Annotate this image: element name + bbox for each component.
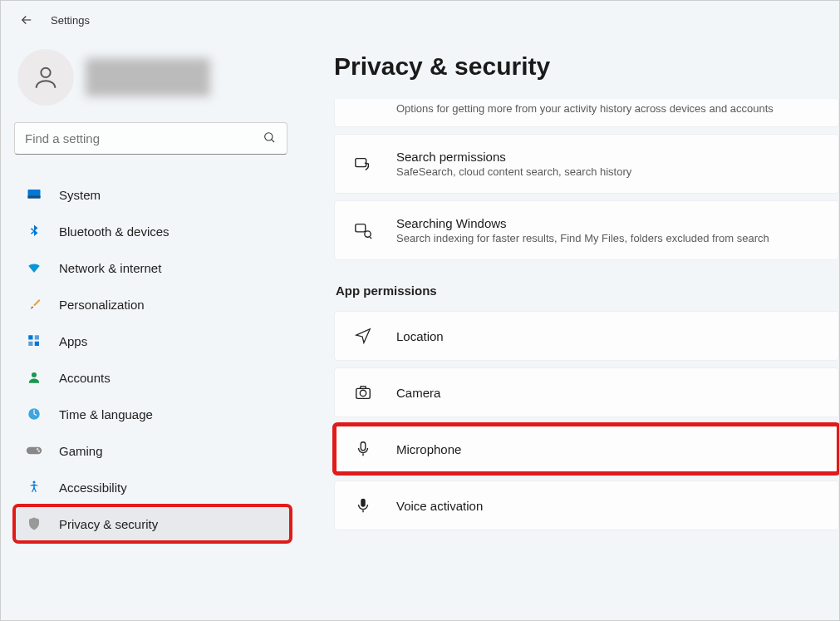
brush-icon	[26, 296, 42, 313]
card-title: Microphone	[396, 442, 461, 456]
page-title: Privacy & security	[334, 52, 839, 81]
card-search-permissions[interactable]: Search permissions SafeSearch, cloud con…	[334, 134, 839, 194]
svg-rect-14	[356, 159, 366, 167]
accessibility-icon	[26, 479, 42, 495]
card-title: Voice activation	[396, 499, 483, 513]
card-location[interactable]: Location	[334, 311, 839, 361]
svg-point-13	[33, 481, 36, 484]
search-input[interactable]	[14, 122, 287, 155]
nav-label: Bluetooth & devices	[59, 224, 169, 239]
svg-point-16	[365, 231, 371, 237]
card-title: Location	[396, 329, 444, 343]
card-title: Camera	[396, 386, 440, 400]
nav-label: Personalization	[59, 298, 145, 312]
clock-globe-icon	[26, 406, 42, 422]
location-icon	[353, 327, 373, 345]
settings-title: Settings	[51, 14, 90, 27]
microphone-icon	[353, 440, 373, 458]
sidebar-item-privacy[interactable]: Privacy & security	[14, 505, 291, 542]
person-icon	[26, 369, 42, 386]
window-header: Settings	[1, 1, 839, 34]
card-title: Searching Windows	[396, 216, 769, 230]
search-icon	[263, 131, 276, 147]
svg-rect-6	[28, 342, 32, 346]
card-desc: SafeSearch, cloud content search, search…	[396, 165, 631, 178]
sidebar-item-gaming[interactable]: Gaming	[14, 432, 291, 469]
apps-icon	[26, 333, 42, 349]
svg-point-0	[41, 68, 50, 77]
sidebar-item-personalization[interactable]: Personalization	[14, 286, 291, 323]
nav-label: Gaming	[59, 444, 103, 458]
sidebar-item-network[interactable]: Network & internet	[14, 249, 291, 286]
nav-label: Time & language	[59, 407, 153, 421]
nav-list: System Bluetooth & devices Network & int…	[14, 176, 291, 542]
profile-block[interactable]	[17, 49, 291, 106]
shield-icon	[26, 515, 42, 532]
username-redacted	[86, 58, 210, 96]
sidebar-item-accounts[interactable]: Accounts	[14, 359, 291, 396]
svg-point-8	[32, 372, 37, 377]
main-panel: Privacy & security Options for getting m…	[296, 34, 839, 619]
nav-label: Accounts	[59, 371, 111, 385]
nav-label: Network & internet	[59, 261, 161, 275]
card-title: Search permissions	[396, 150, 631, 164]
card-desc: Search indexing for faster results, Find…	[396, 232, 769, 244]
card-voice-activation[interactable]: Voice activation	[334, 481, 839, 530]
sidebar-item-system[interactable]: System	[14, 176, 291, 213]
card-searching-windows[interactable]: Searching Windows Search indexing for fa…	[334, 200, 839, 260]
svg-rect-20	[361, 499, 366, 507]
sidebar-item-bluetooth[interactable]: Bluetooth & devices	[14, 213, 291, 249]
svg-rect-4	[28, 335, 32, 339]
section-app-permissions: App permissions	[336, 283, 839, 298]
display-icon	[26, 186, 42, 203]
card-microphone[interactable]: Microphone	[334, 424, 839, 474]
card-activity-history[interactable]: Options for getting more from your activ…	[334, 99, 839, 127]
search-shield-icon	[353, 155, 373, 173]
svg-rect-19	[361, 442, 366, 451]
svg-point-12	[38, 451, 41, 453]
back-button[interactable]	[19, 12, 34, 27]
card-camera[interactable]: Camera	[334, 367, 839, 417]
svg-point-11	[37, 448, 39, 451]
svg-point-18	[360, 390, 366, 396]
svg-rect-15	[356, 224, 366, 232]
search-container	[14, 122, 287, 155]
avatar	[17, 49, 74, 106]
nav-label: Accessibility	[59, 481, 127, 495]
svg-rect-7	[35, 342, 39, 346]
nav-label: Privacy & security	[59, 517, 158, 531]
svg-point-1	[265, 132, 273, 140]
sidebar: System Bluetooth & devices Network & int…	[1, 34, 296, 619]
nav-label: Apps	[59, 334, 87, 348]
card-desc: Options for getting more from your activ…	[396, 102, 774, 115]
sidebar-item-time[interactable]: Time & language	[14, 396, 291, 432]
voice-icon	[353, 496, 373, 515]
camera-icon	[353, 383, 373, 402]
bluetooth-icon	[26, 223, 42, 239]
indexing-icon	[353, 221, 373, 239]
sidebar-item-apps[interactable]: Apps	[14, 323, 291, 359]
svg-rect-5	[35, 335, 39, 339]
gamepad-icon	[26, 442, 42, 459]
nav-label: System	[59, 188, 101, 202]
sidebar-item-accessibility[interactable]: Accessibility	[14, 469, 291, 505]
wifi-icon	[26, 259, 42, 276]
svg-rect-3	[28, 196, 41, 199]
